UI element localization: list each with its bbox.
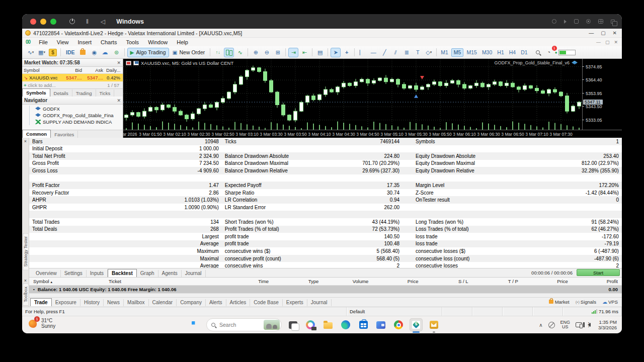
- mac-minimize-button[interactable]: [40, 19, 46, 25]
- restore-icon[interactable]: ▢: [601, 30, 605, 36]
- mw-col-ask[interactable]: Ask: [84, 67, 105, 73]
- deposit-button[interactable]: $: [48, 48, 58, 57]
- report-row[interactable]: Averageconsecutive wins2consecutive loss…: [29, 262, 622, 268]
- toolbox-tab[interactable]: Toolbox: [23, 283, 28, 306]
- cursor-tool-button[interactable]: ➤: [331, 48, 341, 57]
- report-row[interactable]: Bars10948Ticks7469144Symbols1: [29, 138, 622, 145]
- trade-col-time[interactable]: Time: [223, 279, 273, 284]
- menu-window[interactable]: Window: [143, 39, 172, 45]
- report-row[interactable]: GHPR1.0090 (0.90%)LR Standard Error262.0…: [29, 204, 622, 211]
- weather-widget[interactable]: 1 31°CSunny: [28, 318, 55, 329]
- fibonacci-tool[interactable]: ≣: [401, 48, 412, 57]
- tick-chart-button[interactable]: ↑↓: [213, 48, 223, 57]
- horizontal-line-tool[interactable]: —: [368, 48, 378, 57]
- mw-tab-symbols[interactable]: Symbols: [22, 88, 50, 97]
- market-link[interactable]: Market: [549, 299, 570, 305]
- market-watch-columns[interactable]: SymbolBidAskDaily...: [22, 67, 123, 74]
- report-row[interactable]: Total Net Profit2 324.90Balance Drawdown…: [29, 152, 622, 160]
- toolbox-tab-company[interactable]: Company: [177, 299, 206, 306]
- crosshair-tool-button[interactable]: +: [342, 48, 352, 57]
- minimize-icon[interactable]: —: [589, 30, 594, 36]
- trade-col-sl[interactable]: S / L: [423, 279, 472, 284]
- mw-col-symbol[interactable]: Symbol: [22, 67, 62, 73]
- trade-table-header[interactable]: Symbol ▲TicketTimeTypeVolumePriceS / LT …: [29, 277, 622, 286]
- tray-overflow-icon[interactable]: ∧: [539, 322, 542, 328]
- snapshot-icon[interactable]: [611, 20, 615, 24]
- clock[interactable]: 1:35 PM3/3/2026: [598, 319, 617, 330]
- menu-view[interactable]: View: [52, 39, 73, 45]
- report-row[interactable]: AHPR1.0103 (1.03%)LR Correlation0.94OnTe…: [29, 196, 622, 204]
- chart-plot[interactable]: [123, 59, 582, 130]
- cursor-mode-icon[interactable]: [564, 20, 567, 24]
- signals-link[interactable]: (•)Signals: [576, 299, 596, 305]
- mw-tab-ticks[interactable]: Ticks: [96, 89, 115, 97]
- back-icon[interactable]: ◁: [101, 18, 105, 25]
- shapes-tool[interactable]: ◇▾: [424, 48, 434, 57]
- search-daily-image[interactable]: [264, 320, 280, 330]
- toolbox-tab-mailbox[interactable]: Mailbox: [124, 299, 148, 306]
- timeframe-h4[interactable]: H4: [507, 48, 518, 57]
- sparkle-icon[interactable]: [552, 19, 556, 24]
- do-not-disturb-icon[interactable]: [548, 322, 555, 328]
- toolbox-tab-journal[interactable]: Journal: [307, 299, 332, 306]
- price-axis[interactable]: 5374.855364.405353.955343.505333.055347.…: [582, 59, 622, 130]
- balance-row[interactable]: • Balance: 1 040.06 USC Equity: 1 040.06…: [29, 286, 622, 293]
- report-row[interactable]: Maximumconsecutive wins ($)5 (568.40)con…: [29, 247, 622, 255]
- timeframe-m5[interactable]: M5: [451, 48, 464, 57]
- toolbox-tab-experts[interactable]: Experts: [283, 299, 307, 306]
- timeframe-h1[interactable]: H1: [495, 48, 506, 57]
- report-row[interactable]: Gross Profit7 234.50Balance Drawdown Max…: [29, 160, 622, 167]
- chart-shift-button[interactable]: ⇤: [299, 48, 309, 57]
- report-row[interactable]: [29, 211, 622, 218]
- channel-tool[interactable]: ⫽: [390, 48, 400, 57]
- trade-col-type[interactable]: Type: [273, 279, 323, 284]
- zoom-out-button[interactable]: ⊖: [262, 48, 272, 57]
- child-minimize-icon[interactable]: —: [596, 40, 601, 45]
- mw-col-daily[interactable]: Daily...: [105, 67, 122, 73]
- nav-tab-favorites[interactable]: Favorites: [51, 131, 78, 138]
- mac-close-button[interactable]: [30, 19, 36, 25]
- trade-col-price[interactable]: Price: [372, 279, 422, 284]
- taskbar-app-store[interactable]: [357, 318, 370, 331]
- navigator-close-icon[interactable]: ✕: [117, 98, 121, 103]
- toolbox-tab-exposure[interactable]: Exposure: [52, 299, 80, 306]
- toolbox-tab-trade[interactable]: Trade: [30, 298, 52, 306]
- tester-tab-journal[interactable]: Journal: [182, 270, 206, 277]
- auto-scroll-button[interactable]: ⇥: [288, 48, 298, 57]
- new-order-button[interactable]: ▣New Order: [170, 48, 208, 57]
- time-axis[interactable]: 3 Mar 20263 Mar 01:503 Mar 02:103 Mar 02…: [123, 130, 622, 138]
- tester-tab-agents[interactable]: Agents: [158, 270, 182, 277]
- vps-cloud-icon[interactable]: ☁: [101, 48, 111, 57]
- tester-tab-backtest[interactable]: Backtest: [108, 269, 137, 277]
- devices-icon[interactable]: [574, 19, 579, 24]
- report-row[interactable]: Profit Factor1.47Expected Payoff17.35Mar…: [29, 182, 622, 189]
- report-row[interactable]: Total Trades134Short Trades (won %)43 (4…: [29, 218, 622, 226]
- trade-col-price[interactable]: Price: [522, 279, 572, 284]
- status-profile[interactable]: Default: [347, 307, 442, 316]
- menu-file[interactable]: File: [34, 39, 52, 45]
- mac-zoom-button[interactable]: [50, 19, 56, 25]
- tile-windows-button[interactable]: ⊞: [273, 48, 283, 57]
- toolbox-tab-code-base[interactable]: Code Base: [250, 299, 282, 306]
- add-symbol-row[interactable]: + click to add... 1 / 57: [22, 81, 123, 88]
- toolbox-tab-alerts[interactable]: Alerts: [206, 299, 226, 306]
- screenshot-button[interactable]: ▤: [315, 48, 325, 57]
- tester-tab-graph[interactable]: Graph: [137, 270, 158, 277]
- tester-tab-overview[interactable]: Overview: [32, 270, 61, 277]
- menu-help[interactable]: Help: [172, 39, 193, 45]
- search-icon[interactable]: [533, 48, 543, 57]
- report-row[interactable]: Initial Deposit1 000.00: [29, 145, 622, 153]
- signals-icon[interactable]: ◉: [90, 48, 100, 57]
- trendline-tool[interactable]: ╱: [379, 48, 389, 57]
- mw-tab-details[interactable]: Details: [50, 89, 72, 97]
- report-row[interactable]: Maximalconsecutive profit (count)568.40 …: [29, 255, 622, 262]
- trade-col-tp[interactable]: T / P: [472, 279, 522, 284]
- taskbar-app-outlook[interactable]: [427, 318, 440, 331]
- text-tool[interactable]: T: [413, 48, 423, 57]
- toolbox-tab-calendar[interactable]: Calendar: [149, 299, 177, 306]
- nav-tab-common[interactable]: Common: [22, 130, 51, 138]
- toolbox-tab-news[interactable]: News: [104, 299, 124, 306]
- child-restore-icon[interactable]: ▢: [605, 40, 610, 45]
- vertical-line-tool[interactable]: ⎸: [357, 48, 367, 57]
- navigator-item[interactable]: GODFX_Prop_Gold_Stable_Fina: [22, 112, 123, 119]
